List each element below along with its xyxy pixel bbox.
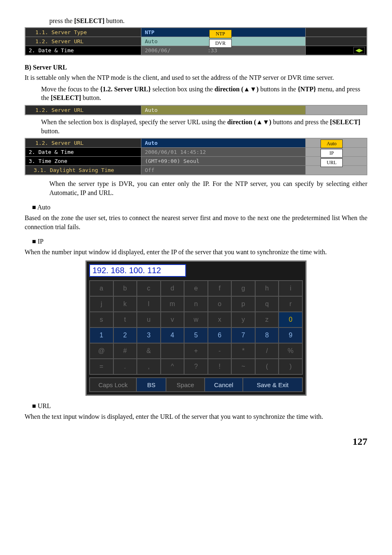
- key-u[interactable]: u: [137, 312, 161, 327]
- key-plus[interactable]: +: [184, 343, 208, 359]
- key-qmark[interactable]: ?: [184, 359, 208, 374]
- key-g[interactable]: g: [231, 281, 255, 296]
- dropdown-option-ip: IP: [321, 149, 343, 158]
- t: buttons and press the: [271, 118, 330, 125]
- t: button.: [81, 94, 101, 101]
- t: When the selection box is displayed, spe…: [41, 118, 227, 125]
- nav-arrows-icon: ◀▶: [353, 47, 365, 54]
- menu-table-3: 1.2. Server URL Auto 2. Date & Time 2006…: [25, 138, 367, 175]
- key-rparen[interactable]: ): [279, 359, 302, 374]
- key-hash[interactable]: #: [113, 343, 137, 359]
- key-star[interactable]: *: [231, 343, 255, 359]
- menu-item-date-time: 2. Date & Time: [25, 46, 141, 55]
- key-l[interactable]: l: [137, 296, 161, 312]
- key-dot[interactable]: .: [113, 359, 137, 374]
- key-k[interactable]: k: [113, 296, 137, 312]
- key-h[interactable]: h: [255, 281, 279, 296]
- action-space[interactable]: Space: [166, 378, 204, 392]
- key-caret[interactable]: ^: [161, 359, 184, 374]
- t: button.: [41, 128, 60, 135]
- dropdown-option-ntp: NTP: [209, 30, 232, 38]
- key-m[interactable]: m: [161, 296, 184, 312]
- key-5[interactable]: 5: [184, 327, 208, 343]
- key-exc[interactable]: !: [208, 359, 232, 374]
- action-backspace[interactable]: BS: [136, 378, 166, 392]
- t: buttons in the: [258, 86, 297, 93]
- key-9[interactable]: 9: [279, 327, 302, 343]
- key-y[interactable]: y: [231, 312, 255, 327]
- section-b-title: B) Server URL: [25, 63, 367, 72]
- key-x[interactable]: x: [208, 312, 232, 327]
- keypad-action-row: Caps Lock BS Space Cancel Save & Exit: [89, 377, 303, 392]
- menu-item-time-zone: 3. Time Zone: [25, 157, 141, 166]
- lead-in-line: press the [SELECT] button.: [49, 16, 367, 26]
- key-t[interactable]: t: [113, 312, 137, 327]
- select-label: [SELECT]: [74, 17, 104, 24]
- key-minus[interactable]: -: [208, 343, 232, 359]
- key-r[interactable]: r: [279, 296, 302, 312]
- key-lparen[interactable]: (: [255, 359, 279, 374]
- spacer: [305, 105, 367, 115]
- key-c[interactable]: c: [137, 281, 161, 296]
- menu-item-server-type: 1.1. Server Type: [25, 28, 141, 37]
- key-slash[interactable]: /: [255, 343, 279, 359]
- key-w[interactable]: w: [184, 312, 208, 327]
- value-date-time-3: 2006/06/01 14:45:12: [141, 148, 305, 157]
- figure-server-url-options: 1.2. Server URL Auto 2. Date & Time 2006…: [25, 138, 367, 175]
- menu-item-server-url: 1.2. Server URL: [25, 37, 141, 46]
- sub-url-body: When the text input window is displayed,…: [25, 412, 367, 421]
- key-p[interactable]: p: [231, 296, 255, 312]
- lead-tail: button.: [104, 17, 125, 24]
- dropdown-option-url: URL: [321, 158, 343, 167]
- key-4[interactable]: 4: [161, 327, 184, 343]
- key-3[interactable]: 3: [137, 327, 161, 343]
- action-cancel[interactable]: Cancel: [205, 378, 243, 392]
- key-6[interactable]: 6: [208, 327, 232, 343]
- key-a[interactable]: a: [90, 281, 113, 296]
- key-at[interactable]: @: [90, 343, 113, 359]
- key-1[interactable]: 1: [90, 327, 113, 343]
- dropdown-popup-ntp-dvr: NTP DVR: [209, 30, 232, 48]
- keypad-window: 192. 168. 100. 112 a b c d e f g h i j k…: [85, 260, 307, 396]
- value-date-time: 2006/06/: [145, 47, 171, 53]
- value-server-url-2: Auto: [141, 105, 305, 115]
- key-2[interactable]: 2: [113, 327, 137, 343]
- key-q[interactable]: q: [255, 296, 279, 312]
- key-amp[interactable]: &: [137, 343, 161, 359]
- figure-server-type: 1.1. Server Type NTP 1.2. Server URL Aut…: [25, 27, 367, 56]
- key-z[interactable]: z: [255, 312, 279, 327]
- key-pct[interactable]: %: [279, 343, 302, 359]
- key-o[interactable]: o: [208, 296, 232, 312]
- key-v[interactable]: v: [161, 312, 184, 327]
- note-after-fig3: When the server type is DVR, you can ent…: [49, 179, 367, 197]
- action-capslock[interactable]: Caps Lock: [90, 378, 136, 392]
- key-b[interactable]: b: [113, 281, 137, 296]
- keypad-grid: a b c d e f g h i j k l m n o p q r s t …: [89, 280, 303, 375]
- key-s[interactable]: s: [90, 312, 113, 327]
- key-7[interactable]: 7: [231, 327, 255, 343]
- key-blank[interactable]: [161, 343, 184, 359]
- step-2: When the selection box is displayed, spe…: [41, 118, 367, 135]
- key-f[interactable]: f: [208, 281, 232, 296]
- key-eq[interactable]: =: [90, 359, 113, 374]
- value-server-url-3: Auto: [141, 138, 305, 148]
- menu-table-1: 1.1. Server Type NTP 1.2. Server URL Aut…: [25, 27, 367, 56]
- sub-ip-title: ■ IP: [32, 237, 367, 246]
- key-j[interactable]: j: [90, 296, 113, 312]
- dropdown-popup-auto-ip-url: Auto IP URL: [321, 139, 343, 167]
- action-save-exit[interactable]: Save & Exit: [243, 378, 302, 392]
- key-d[interactable]: d: [161, 281, 184, 296]
- key-e[interactable]: e: [184, 281, 208, 296]
- key-i[interactable]: i: [279, 281, 302, 296]
- key-tilde[interactable]: ~: [231, 359, 255, 374]
- t: Move the focus to the: [41, 86, 100, 93]
- key-0[interactable]: 0: [279, 312, 302, 327]
- key-comma[interactable]: ,: [137, 359, 161, 374]
- key-n[interactable]: n: [184, 296, 208, 312]
- section-b-body: It is settable only when the NTP mode is…: [25, 73, 367, 82]
- ip-input-field[interactable]: 192. 168. 100. 112: [89, 264, 186, 277]
- key-8[interactable]: 8: [255, 327, 279, 343]
- value-time-zone: (GMT+09:00) Seoul: [141, 157, 305, 166]
- sub-auto-title: ■ Auto: [32, 203, 367, 212]
- t: [SELECT]: [51, 94, 81, 101]
